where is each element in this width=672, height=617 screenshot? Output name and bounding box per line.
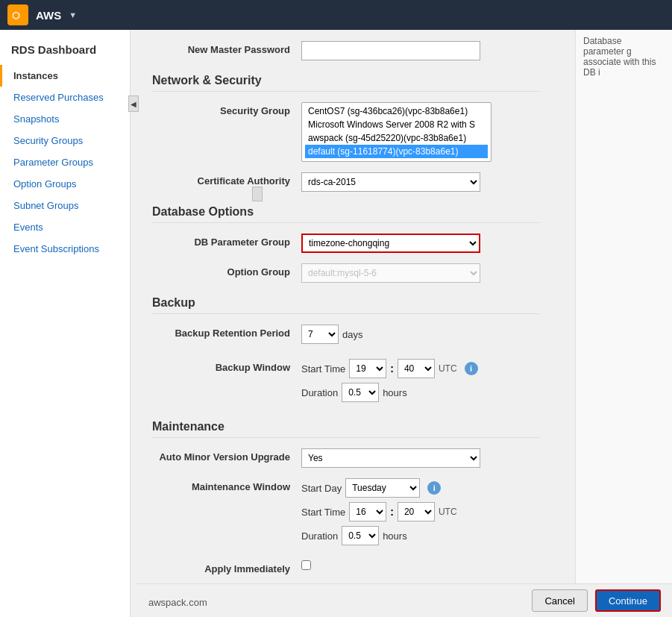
backup-retention-period-label: Backup Retention Period <box>152 325 301 339</box>
option-group-label: Option Group <box>152 263 301 278</box>
footer-brand: awspack.com <box>148 597 207 608</box>
maintenance-window-info-icon[interactable]: i <box>427 481 441 495</box>
db-parameter-group-select[interactable]: timezone-chongqing <box>301 234 480 253</box>
security-group-option-2: awspack (sg-45d25220)(vpc-83b8a6e1) <box>305 131 488 145</box>
sidebar-item-security-groups[interactable]: Security Groups <box>0 130 130 151</box>
new-master-password-input[interactable] <box>301 41 480 60</box>
maintenance-window-row: Maintenance Window Start Day Tuesday i S… <box>152 478 540 550</box>
database-options-section-header: Database Options <box>152 205 540 223</box>
backup-hours-label: hours <box>383 387 407 398</box>
maintenance-start-hour-select[interactable]: 16 <box>349 502 386 522</box>
apply-immediately-label: Apply Immediately <box>152 560 301 574</box>
db-parameter-group-row: DB Parameter Group timezone-chongqing <box>152 234 540 253</box>
maintenance-hours-label: hours <box>383 530 407 542</box>
sidebar-item-instances[interactable]: Instances <box>0 65 130 87</box>
maintenance-duration-select[interactable]: 0.5 <box>342 526 379 545</box>
main-content: New Master Password Network & Security S… <box>137 30 575 617</box>
certificate-authority-row: Certificate Authority rds-ca-2015 rds-ca… <box>152 172 540 192</box>
backup-utc-label: UTC <box>439 363 457 374</box>
aws-brand-text: AWS <box>36 9 61 22</box>
aws-logo: ⬡ <box>7 4 28 25</box>
certificate-authority-select[interactable]: rds-ca-2015 rds-ca-2019 <box>301 172 480 192</box>
sidebar-item-events[interactable]: Events <box>0 216 130 238</box>
maintenance-section-header: Maintenance <box>152 420 540 438</box>
sidebar-item-option-groups[interactable]: Option Groups <box>0 173 130 195</box>
maintenance-start-day-select[interactable]: Tuesday <box>345 478 420 498</box>
backup-start-hour-select[interactable]: 19 <box>349 359 386 378</box>
security-group-select[interactable]: CentOS7 (sg-436bca26)(vpc-83b8a6e1) Micr… <box>301 102 492 162</box>
footer: awspack.com Cancel Continue <box>137 583 672 617</box>
backup-start-time-label: Start Time <box>301 363 345 375</box>
security-group-option-0: CentOS7 (sg-436bca26)(vpc-83b8a6e1) <box>305 104 488 118</box>
svg-text:⬡: ⬡ <box>12 10 20 21</box>
sidebar: RDS Dashboard Instances Reserved Purchas… <box>0 30 131 617</box>
sidebar-item-parameter-groups[interactable]: Parameter Groups <box>0 151 130 173</box>
backup-duration-label: Duration <box>301 387 338 398</box>
new-master-password-label: New Master Password <box>152 41 301 55</box>
backup-retention-days-label: days <box>342 329 362 340</box>
sidebar-item-event-subscriptions[interactable]: Event Subscriptions <box>0 238 130 260</box>
backup-retention-select[interactable]: 7 <box>301 325 339 344</box>
auto-minor-version-label: Auto Minor Version Upgrade <box>152 448 301 463</box>
auto-minor-version-select[interactable]: Yes No <box>301 448 480 468</box>
option-group-select[interactable]: default:mysql-5-6 <box>301 263 480 283</box>
sidebar-collapse-button[interactable] <box>252 187 263 201</box>
backup-duration-select[interactable]: 0.5 <box>342 383 379 402</box>
backup-window-label: Backup Window <box>152 359 301 373</box>
backup-section-header: Backup <box>152 296 540 314</box>
apply-immediately-checkbox[interactable] <box>301 560 311 570</box>
security-group-option-3: default (sg-11618774)(vpc-83b8a6e1) <box>305 145 488 158</box>
apply-immediately-row: Apply Immediately <box>152 560 540 574</box>
backup-window-row: Backup Window Start Time 19 : 40 UTC <box>152 359 540 407</box>
security-group-row: Security Group CentOS7 (sg-436bca26)(vpc… <box>152 102 540 162</box>
sidebar-item-reserved-purchases[interactable]: Reserved Purchases <box>0 87 130 108</box>
security-group-label: Security Group <box>152 102 301 116</box>
maintenance-start-day-label: Start Day <box>301 483 342 494</box>
maintenance-start-time-label: Start Time <box>301 507 345 518</box>
backup-retention-period-row: Backup Retention Period 7 days <box>152 325 540 348</box>
tooltip-panel: Database parameter g associate with this… <box>575 30 672 617</box>
sidebar-title: RDS Dashboard <box>0 37 130 65</box>
network-security-section-header: Network & Security <box>152 74 540 92</box>
maintenance-duration-label: Duration <box>301 530 338 542</box>
db-parameter-group-label: DB Parameter Group <box>152 234 301 248</box>
tooltip-text: Database parameter g associate with this… <box>583 36 656 78</box>
maintenance-colon: : <box>390 506 394 518</box>
continue-button[interactable]: Continue <box>595 589 661 612</box>
security-group-option-1: Microsoft Windows Server 2008 R2 with S <box>305 118 488 131</box>
aws-dropdown-arrow[interactable]: ▼ <box>69 10 77 19</box>
backup-start-min-select[interactable]: 40 <box>398 359 435 378</box>
maintenance-window-label: Maintenance Window <box>152 478 301 492</box>
certificate-authority-label: Certificate Authority <box>152 172 301 187</box>
sidebar-collapse-arrow[interactable]: ◀ <box>128 95 139 112</box>
maintenance-start-min-select[interactable]: 20 <box>398 502 435 522</box>
backup-colon: : <box>390 363 394 375</box>
sidebar-item-subnet-groups[interactable]: Subnet Groups <box>0 195 130 216</box>
sidebar-item-snapshots[interactable]: Snapshots <box>0 108 130 130</box>
auto-minor-version-row: Auto Minor Version Upgrade Yes No <box>152 448 540 468</box>
top-nav: ⬡ AWS ▼ <box>0 0 672 30</box>
option-group-row: Option Group default:mysql-5-6 <box>152 263 540 283</box>
cancel-button[interactable]: Cancel <box>532 589 587 612</box>
new-master-password-row: New Master Password <box>152 41 540 60</box>
backup-window-info-icon[interactable]: i <box>465 362 478 375</box>
maintenance-utc-label: UTC <box>439 507 457 517</box>
